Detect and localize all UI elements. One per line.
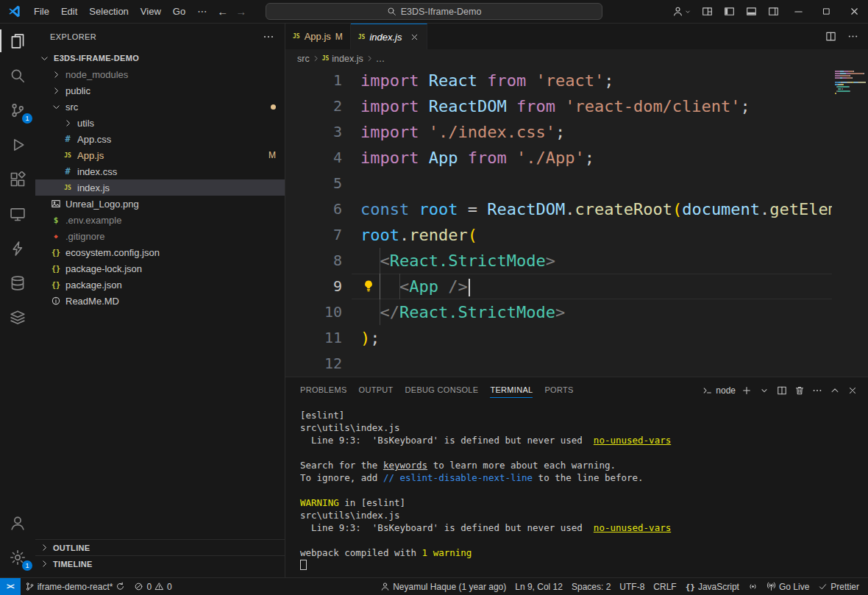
terminal-link[interactable]: keywords (383, 460, 427, 471)
tree-file-App.css[interactable]: #App.css (35, 131, 285, 147)
close-button[interactable] (840, 0, 868, 23)
kill-terminal-button[interactable] (791, 382, 808, 399)
tree-file-package-lock.json[interactable]: {}package-lock.json (35, 260, 285, 277)
panel-tab-problems[interactable]: PROBLEMS (300, 377, 347, 403)
activity-thunder-client[interactable] (0, 231, 35, 266)
status-go-live[interactable]: Go Live (762, 578, 814, 595)
panel-tab-debug-console[interactable]: DEBUG CONSOLE (405, 377, 479, 403)
breadcrumb-item-index.js[interactable]: JSindex.js (322, 54, 363, 64)
layout-left-button[interactable] (718, 0, 740, 23)
close-icon[interactable] (410, 32, 419, 42)
more-icon[interactable] (843, 27, 862, 46)
menu-more[interactable]: ⋯ (191, 4, 213, 20)
info-file-icon (51, 296, 61, 306)
maximize-panel-button[interactable] (827, 382, 843, 399)
activity-settings[interactable]: 1 (0, 540, 35, 574)
split-terminal-button[interactable] (774, 382, 790, 399)
maximize-button[interactable] (812, 0, 840, 23)
code-line-2[interactable]: 2import ReactDOM from 'react-dom/client'… (285, 93, 868, 119)
activity-explorer[interactable] (0, 24, 35, 58)
layout-bottom-button[interactable] (740, 0, 762, 23)
tab-App.js[interactable]: JSApp.jsM (285, 24, 351, 49)
forward-arrow-icon[interactable]: → (235, 5, 246, 18)
status-problems[interactable]: 00 (129, 578, 176, 595)
tree-file-index.js[interactable]: JSindex.js (35, 179, 285, 196)
split-editor-icon[interactable] (821, 27, 840, 46)
activity-extensions[interactable] (0, 162, 35, 196)
activity-layers[interactable] (0, 300, 35, 335)
tree-file-index.css[interactable]: #index.css (35, 163, 285, 179)
code-line-3[interactable]: 3import './index.css'; (285, 119, 868, 145)
tree-file-.env.example[interactable]: $.env.example (35, 212, 285, 228)
code-editor[interactable]: 1import React from 'react';2import React… (285, 68, 868, 377)
back-arrow-icon[interactable]: ← (217, 5, 228, 18)
breadcrumb-item-src[interactable]: src (297, 54, 310, 64)
activity-search[interactable] (0, 58, 35, 93)
status-git-blame[interactable]: Neyamul Haque (1 year ago) (376, 578, 511, 595)
status-cursor-position[interactable]: Ln 9, Col 12 (511, 578, 567, 595)
minimap[interactable] (832, 68, 868, 377)
launch-profile-button[interactable] (756, 382, 772, 399)
terminal-link[interactable]: no-unused-vars (594, 435, 671, 446)
menu-selection[interactable]: Selection (83, 4, 134, 20)
status-indentation[interactable]: Spaces: 2 (567, 578, 615, 595)
terminal-link[interactable]: no-unused-vars (594, 522, 671, 533)
profile-button[interactable] (668, 6, 696, 17)
code-line-5[interactable]: 5 (285, 171, 868, 196)
status-ports[interactable] (744, 578, 762, 595)
tree-folder-src[interactable]: src (35, 99, 285, 115)
tree-folder-node_modules[interactable]: node_modules (35, 66, 285, 82)
close-panel-button[interactable] (844, 382, 861, 399)
menu-edit[interactable]: Edit (55, 4, 83, 20)
code-line-6[interactable]: 6const root = ReactDOM.createRoot(docume… (285, 196, 868, 222)
menu-file[interactable]: File (28, 4, 55, 20)
status-remote-indicator[interactable]: >< (0, 578, 21, 595)
breadcrumb-item-…[interactable]: … (376, 54, 385, 64)
layout-customize-button[interactable] (696, 0, 718, 23)
menu-go[interactable]: Go (167, 4, 191, 20)
panel-tab-terminal[interactable]: TERMINAL (490, 377, 533, 403)
shell-button[interactable]: node (701, 382, 737, 399)
panel-tab-ports[interactable]: PORTS (544, 377, 573, 403)
minimize-button[interactable] (784, 0, 812, 23)
code-line-12[interactable]: 12 (285, 351, 868, 377)
code-line-8[interactable]: 8 <React.StrictMode> (285, 248, 868, 274)
tree-file-.gitignore[interactable]: ◆.gitignore (35, 228, 285, 244)
activity-remote-explorer[interactable] (0, 196, 35, 231)
code-line-7[interactable]: 7root.render( (285, 222, 868, 248)
sidebar-section-outline[interactable]: OUTLINE (35, 539, 285, 555)
status-eol[interactable]: CRLF (649, 578, 680, 595)
sidebar-section-timeline[interactable]: TIMELINE (35, 555, 285, 571)
tree-file-Unreal_Logo.png[interactable]: Unreal_Logo.png (35, 196, 285, 212)
tree-file-App.js[interactable]: JSApp.jsM (35, 147, 285, 163)
activity-source-control[interactable]: 1 (0, 93, 35, 127)
code-line-10[interactable]: 10 </React.StrictMode> (285, 299, 868, 325)
tree-file-ecosystem.config.json[interactable]: {}ecosystem.config.json (35, 244, 285, 260)
code-line-9[interactable]: 9 <App /> (285, 274, 868, 299)
panel-tab-output[interactable]: OUTPUT (359, 377, 394, 403)
status-language-mode[interactable]: {}JavaScript (681, 578, 744, 595)
tree-root-E3DS-IFRAME-DEMO[interactable]: E3DS-IFRAME-DEMO (35, 50, 285, 66)
tab-index.js[interactable]: JSindex.js (351, 24, 427, 49)
new-terminal-button[interactable] (739, 382, 755, 399)
tree-folder-utils[interactable]: utils (35, 115, 285, 131)
status-git-branch[interactable]: iframe-demo-react* (21, 578, 130, 595)
more-actions-button[interactable] (809, 382, 825, 399)
code-line-11[interactable]: 11); (285, 325, 868, 351)
tree-file-package.json[interactable]: {}package.json (35, 277, 285, 293)
tree-file-ReadMe.MD[interactable]: ReadMe.MD (35, 293, 285, 309)
activity-database[interactable] (0, 266, 35, 300)
tree-folder-public[interactable]: public (35, 82, 285, 99)
activity-accounts[interactable] (0, 505, 35, 540)
menu-view[interactable]: View (135, 4, 167, 20)
lightbulb-icon[interactable] (362, 279, 375, 295)
status-prettier[interactable]: Prettier (814, 578, 864, 595)
layout-right-button[interactable] (762, 0, 784, 23)
status-encoding[interactable]: UTF-8 (615, 578, 649, 595)
activity-run-debug[interactable] (0, 127, 35, 162)
code-line-1[interactable]: 1import React from 'react'; (285, 68, 868, 93)
terminal-output[interactable]: [eslint]src\utils\index.js Line 9:3: 'Bs… (285, 403, 868, 577)
command-center-search[interactable]: E3DS-Iframe-Demo (266, 3, 602, 20)
sidebar-more-icon[interactable] (263, 31, 274, 43)
code-line-4[interactable]: 4import App from './App'; (285, 145, 868, 171)
